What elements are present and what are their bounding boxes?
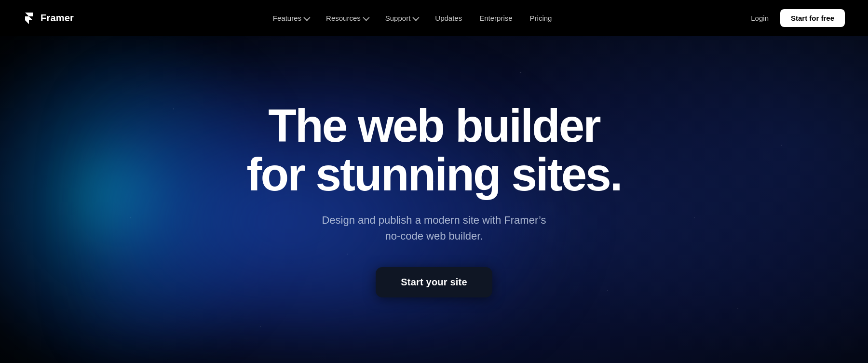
nav-item-enterprise[interactable]: Enterprise <box>479 14 512 22</box>
navbar: Framer Features Resources Support Update… <box>0 0 868 36</box>
chevron-down-icon <box>413 14 420 21</box>
hero-subtitle: Design and publish a modern site with Fr… <box>318 212 550 244</box>
hero-title-line2: for stunning sites. <box>246 148 621 200</box>
nav-item-resources[interactable]: Resources <box>326 14 368 22</box>
chevron-down-icon <box>303 14 310 21</box>
nav-label-resources: Resources <box>326 14 361 22</box>
nav-item-support[interactable]: Support <box>385 14 418 22</box>
login-button[interactable]: Login <box>751 14 769 22</box>
hero-section: The web builder for stunning sites. Desi… <box>0 0 868 363</box>
nav-item-updates[interactable]: Updates <box>435 14 462 22</box>
hero-content: The web builder for stunning sites. Desi… <box>0 0 868 363</box>
hero-title-line1: The web builder <box>268 100 600 151</box>
nav-item-features[interactable]: Features <box>273 14 309 22</box>
nav-label-features: Features <box>273 14 301 22</box>
nav-item-pricing[interactable]: Pricing <box>530 14 552 22</box>
start-free-button[interactable]: Start for free <box>780 9 845 27</box>
nav-label-pricing: Pricing <box>530 14 552 22</box>
navbar-logo[interactable]: Framer <box>23 13 74 24</box>
hero-cta-button[interactable]: Start your site <box>376 267 492 297</box>
navbar-links: Features Resources Support Updates Enter… <box>273 14 552 22</box>
brand-name: Framer <box>41 13 74 24</box>
framer-logo-icon <box>23 13 35 24</box>
navbar-actions: Login Start for free <box>751 9 845 27</box>
hero-title: The web builder for stunning sites. <box>246 102 621 199</box>
nav-label-enterprise: Enterprise <box>479 14 512 22</box>
chevron-down-icon <box>363 14 369 21</box>
nav-label-support: Support <box>385 14 411 22</box>
nav-label-updates: Updates <box>435 14 462 22</box>
